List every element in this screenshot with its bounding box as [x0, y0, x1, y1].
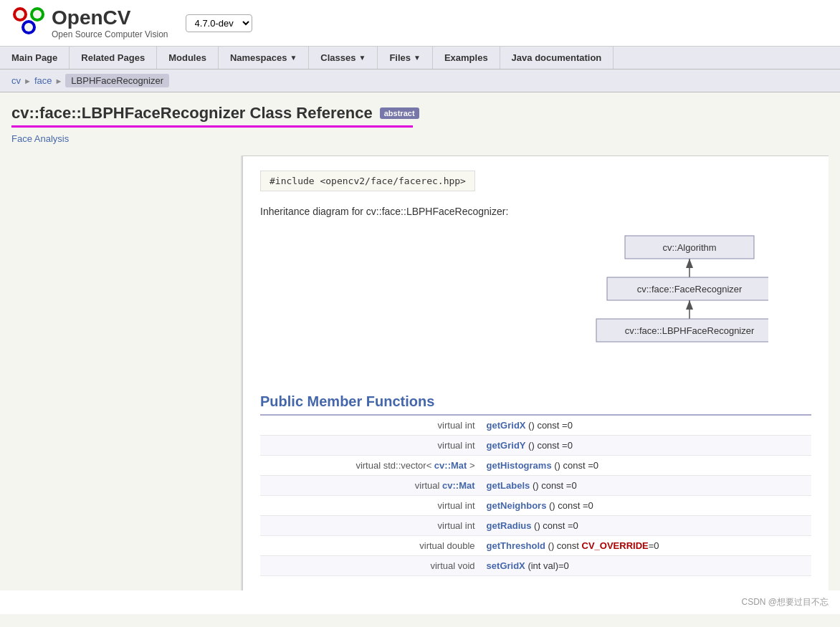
- function-link[interactable]: getGridY: [487, 440, 526, 451]
- function-link[interactable]: getLabels: [487, 480, 530, 491]
- watermark-text: CSDN @想要过目不忘: [741, 597, 829, 607]
- inheritance-label: Inheritance diagram for cv::face::LBPHFa…: [260, 206, 811, 217]
- nav-item-modules[interactable]: Modules: [157, 47, 219, 69]
- svg-point-5: [24, 23, 33, 32]
- include-text: #include <opencv2/face/facerec.hpp>: [269, 176, 466, 186]
- breadcrumb-item-cv[interactable]: cv: [11, 75, 21, 86]
- logo-area: OpenCV Open Source Computer Vision: [11, 6, 168, 40]
- member-type: virtual double: [260, 536, 481, 556]
- watermark: CSDN @想要过目不忘: [0, 590, 840, 614]
- member-type: virtual cv::Mat: [260, 476, 481, 496]
- dropdown-arrow-icon: ▼: [414, 54, 421, 62]
- svg-point-3: [33, 10, 42, 19]
- navbar: Main PageRelated PagesModulesNamespaces▼…: [0, 47, 840, 70]
- member-func: getLabels () const =0: [481, 476, 811, 496]
- member-type: virtual int: [260, 436, 481, 456]
- nav-item-examples[interactable]: Examples: [433, 47, 500, 69]
- page-title-area: cv::face::LBPHFaceRecognizer Class Refer…: [11, 104, 829, 123]
- opencv-logo-icon: [11, 6, 46, 40]
- member-func: getGridY () const =0: [481, 436, 811, 456]
- cv-type-link[interactable]: cv::Mat: [442, 480, 475, 491]
- highlight-line: [11, 125, 413, 128]
- face-analysis-link[interactable]: Face Analysis: [11, 133, 829, 144]
- breadcrumb-sep: ►: [54, 77, 62, 85]
- function-link[interactable]: getHistograms: [487, 460, 552, 471]
- nav-item-main-page[interactable]: Main Page: [0, 47, 70, 69]
- member-type: virtual int: [260, 516, 481, 536]
- nav-item-classes[interactable]: Classes▼: [309, 47, 378, 69]
- pmf-section: Public Member Functions virtual intgetGr…: [260, 393, 811, 576]
- member-table: virtual intgetGridX () const =0virtual i…: [260, 416, 811, 576]
- member-func: getGridX () const =0: [481, 416, 811, 436]
- cv-override-label: CV_OVERRIDE: [582, 540, 649, 551]
- table-row: virtual doublegetThreshold () const CV_O…: [260, 536, 811, 556]
- nav-item-related-pages[interactable]: Related Pages: [70, 47, 157, 69]
- pmf-title: Public Member Functions: [260, 393, 811, 416]
- right-content: #include <opencv2/face/facerec.hpp> Inhe…: [241, 155, 829, 590]
- inheritance-diagram: cv::Algorithm cv::face::FaceRecognizer: [582, 229, 768, 372]
- member-func: getHistograms () const =0: [481, 456, 811, 476]
- abstract-badge: abstract: [380, 107, 419, 119]
- page-content: cv::face::LBPHFaceRecognizer Class Refer…: [0, 92, 840, 590]
- table-row: virtual intgetGridX () const =0: [260, 416, 811, 436]
- table-row: virtual intgetGridY () const =0: [260, 436, 811, 456]
- member-type: virtual int: [260, 496, 481, 516]
- function-link[interactable]: setGridX: [487, 560, 525, 571]
- inheritance-section: Inheritance diagram for cv::face::LBPHFa…: [260, 206, 811, 372]
- dropdown-arrow-icon: ▼: [358, 54, 366, 62]
- nav-item-java-documentation[interactable]: Java documentation: [500, 47, 614, 69]
- breadcrumb: cv►face►LBPHFaceRecognizer: [0, 70, 840, 92]
- member-func: setGridX (int val)=0: [481, 556, 811, 576]
- logo-title: OpenCV: [52, 6, 168, 29]
- include-box: #include <opencv2/face/facerec.hpp>: [260, 171, 475, 191]
- header: OpenCV Open Source Computer Vision 4.7.0…: [0, 0, 840, 47]
- svg-point-1: [16, 10, 24, 19]
- table-row: virtual std::vector< cv::Mat >getHistogr…: [260, 456, 811, 476]
- svg-text:cv::face::FaceRecognizer: cv::face::FaceRecognizer: [637, 284, 743, 295]
- table-row: virtual intgetRadius () const =0: [260, 516, 811, 536]
- version-dropdown[interactable]: 4.7.0-dev: [186, 14, 252, 32]
- member-func: getThreshold () const CV_OVERRIDE=0: [481, 536, 811, 556]
- nav-item-files[interactable]: Files▼: [378, 47, 433, 69]
- logo-text-area: OpenCV Open Source Computer Vision: [52, 6, 168, 39]
- page-title: cv::face::LBPHFaceRecognizer Class Refer…: [11, 104, 373, 123]
- function-link[interactable]: getThreshold: [487, 540, 545, 551]
- function-link[interactable]: getRadius: [487, 520, 532, 531]
- table-row: virtual intgetNeighbors () const =0: [260, 496, 811, 516]
- member-type: virtual void: [260, 556, 481, 576]
- svg-text:cv::Algorithm: cv::Algorithm: [662, 242, 716, 253]
- svg-marker-13: [686, 300, 693, 310]
- breadcrumb-item-face[interactable]: face: [34, 75, 52, 86]
- svg-marker-9: [686, 259, 693, 268]
- main-panel: #include <opencv2/face/facerec.hpp> Inhe…: [242, 155, 829, 590]
- function-link[interactable]: getNeighbors: [487, 500, 547, 511]
- table-row: virtual cv::MatgetLabels () const =0: [260, 476, 811, 496]
- breadcrumb-current: LBPHFaceRecognizer: [65, 74, 169, 87]
- logo-subtitle: Open Source Computer Vision: [52, 29, 168, 39]
- svg-text:cv::face::LBPHFaceRecognizer: cv::face::LBPHFaceRecognizer: [625, 325, 755, 336]
- breadcrumb-sep: ►: [24, 77, 32, 85]
- diagram-area: cv::Algorithm cv::face::FaceRecognizer: [260, 229, 811, 372]
- function-link[interactable]: getGridX: [487, 420, 526, 431]
- cv-type-link[interactable]: cv::Mat: [434, 460, 467, 471]
- member-table-body: virtual intgetGridX () const =0virtual i…: [260, 416, 811, 576]
- member-func: getNeighbors () const =0: [481, 496, 811, 516]
- table-row: virtual voidsetGridX (int val)=0: [260, 556, 811, 576]
- member-type: virtual int: [260, 416, 481, 436]
- member-type: virtual std::vector< cv::Mat >: [260, 456, 481, 476]
- dropdown-arrow-icon: ▼: [290, 54, 297, 62]
- member-func: getRadius () const =0: [481, 516, 811, 536]
- nav-item-namespaces[interactable]: Namespaces▼: [219, 47, 309, 69]
- content-layout: #include <opencv2/face/facerec.hpp> Inhe…: [11, 155, 829, 590]
- left-sidebar: [11, 155, 241, 590]
